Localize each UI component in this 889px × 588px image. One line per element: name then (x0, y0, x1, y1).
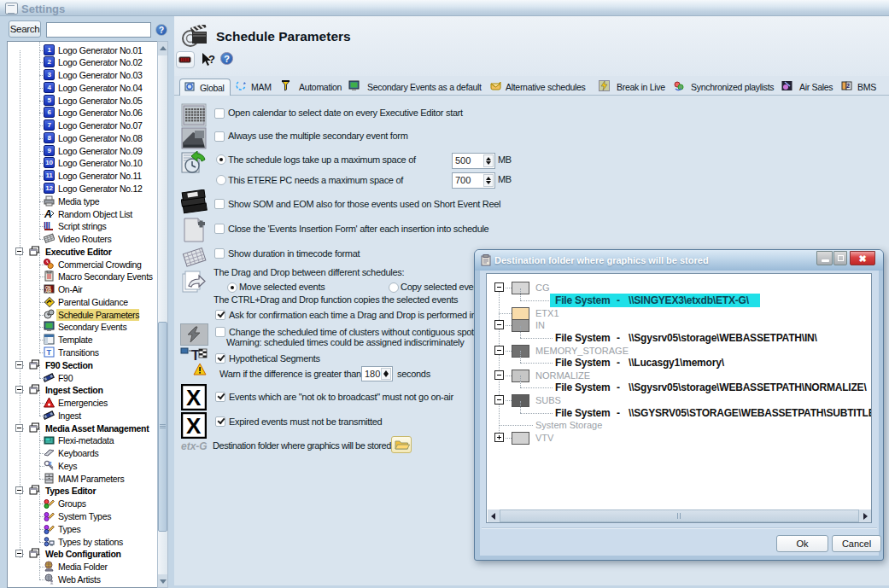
svg-text:T: T (47, 348, 52, 357)
svg-text:2: 2 (49, 461, 52, 466)
svg-text:X: X (186, 413, 202, 439)
svg-text:AIR: AIR (45, 289, 52, 294)
svg-text:?: ? (208, 53, 215, 66)
svg-text:X: X (186, 385, 202, 410)
svg-text:A: A (44, 208, 51, 219)
svg-text:2: 2 (846, 83, 850, 89)
